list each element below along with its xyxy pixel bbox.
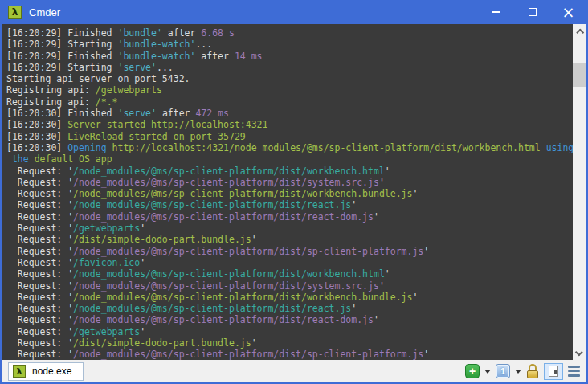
terminal-line: Request: '/node_modules/@ms/sp-client-pl…: [6, 165, 573, 177]
terminal-scrollbar[interactable]: [573, 24, 586, 360]
scroll-up-button[interactable]: [573, 24, 586, 37]
terminal-line: Request: '/node_modules/@ms/sp-client-pl…: [6, 246, 573, 257]
scrollbar-thumb[interactable]: [573, 63, 586, 87]
lock-icon[interactable]: [526, 364, 539, 378]
terminal-line: [16:20:29] Starting 'bundle-watch'...: [6, 39, 573, 50]
console-area: [16:20:29] Finished 'bundle' after 6.68 …: [2, 24, 586, 360]
terminal-line: Request: '/node_modules/@ms/sp-client-pl…: [6, 199, 573, 210]
close-icon: ×: [562, 5, 575, 20]
chevron-up-icon: [576, 28, 584, 36]
terminal-line: Request: '/node_modules/@ms/sp-client-pl…: [6, 188, 573, 199]
new-console-dropdown-icon[interactable]: [484, 370, 491, 374]
scroll-down-button[interactable]: [573, 347, 586, 360]
statusbar-actions: + 1: [465, 363, 580, 380]
terminal-line: Request: '/node_modules/@ms/sp-client-pl…: [6, 177, 573, 188]
terminal-line: the default OS app: [6, 153, 573, 165]
console-list-dropdown-icon[interactable]: [515, 370, 521, 374]
lambda-icon: λ: [13, 365, 26, 378]
new-console-button[interactable]: +: [465, 364, 480, 378]
terminal-line: Request: '/node_modules/@ms/sp-client-pl…: [6, 349, 573, 360]
terminal-line: Request: '/dist/simple-dodo-part.bundle.…: [6, 234, 573, 245]
terminal-line: Request: '/getwebparts': [6, 223, 573, 234]
window-title: Cmder: [29, 6, 60, 18]
terminal-line: Request: '/getwebparts': [6, 326, 573, 337]
close-button[interactable]: ×: [550, 0, 586, 24]
terminal-line: Request: '/node_modules/@ms/sp-client-pl…: [6, 211, 573, 223]
console-count: 1: [500, 366, 505, 376]
terminal-line: Request: '/node_modules/@ms/sp-client-pl…: [6, 292, 573, 303]
terminal-output[interactable]: [16:20:29] Finished 'bundle' after 6.68 …: [2, 24, 573, 360]
plus-icon: +: [469, 366, 476, 377]
terminal-line: [16:20:30] Finished 'serve' after 472 ms: [6, 108, 573, 119]
menu-button[interactable]: [568, 366, 580, 377]
lock-body: [527, 370, 538, 378]
chevron-down-icon: [575, 348, 583, 356]
terminal-line: [16:20:29] Starting 'serve'...: [6, 62, 573, 73]
window-controls: ×: [478, 0, 586, 24]
lock-shackle: [529, 364, 537, 370]
terminal-line: Registring api: /*.*: [6, 96, 573, 108]
minimize-icon: [492, 11, 500, 13]
maximize-button[interactable]: [514, 0, 550, 24]
terminal-line: [16:20:29] Finished 'bundle-watch' after…: [6, 51, 573, 62]
terminal-line: [16:20:30] Opening http://localhost:4321…: [6, 142, 573, 153]
lambda-glyph: λ: [12, 6, 18, 18]
tab-node-exe[interactable]: λ node.exe: [8, 362, 84, 381]
terminal-line: Request: '/node_modules/@ms/sp-client-pl…: [6, 303, 573, 314]
active-console-button[interactable]: 1: [496, 364, 510, 378]
terminal-line: Request: '/node_modules/@ms/sp-client-pl…: [6, 268, 573, 280]
terminal-line: Request: '/node_modules/@ms/sp-client-pl…: [6, 280, 573, 292]
terminal-line: Request: '/dist/simple-dodo-part.bundle.…: [6, 337, 573, 349]
terminal-line: [16:20:30] LiveReload started on port 35…: [6, 131, 573, 142]
terminal-line: [16:20:29] Finished 'bundle' after 6.68 …: [6, 27, 573, 39]
lambda-glyph: λ: [17, 366, 22, 377]
statusbar: λ node.exe + 1: [2, 360, 586, 382]
cmder-logo-icon: λ: [8, 6, 22, 19]
minimize-button[interactable]: [478, 0, 514, 24]
cmder-window: λ Cmder × [16:20:29] Finished 'bundle' a…: [0, 0, 588, 384]
menu-icon: [568, 366, 580, 368]
window-pane-icon: [549, 366, 558, 377]
titlebar[interactable]: λ Cmder ×: [2, 0, 586, 24]
maximize-icon: [529, 8, 537, 16]
scroll-lock-toggle-button[interactable]: [544, 363, 563, 380]
tab-label: node.exe: [32, 366, 71, 377]
terminal-line: Request: '/node_modules/@ms/sp-client-pl…: [6, 314, 573, 325]
terminal-line: Starting api server on port 5432.: [6, 73, 573, 84]
terminal-line: Registring api: /getwebparts: [6, 84, 573, 96]
terminal-line: Request: '/favicon.ico': [6, 257, 573, 268]
terminal-line: [16:20:30] Server started http://localho…: [6, 119, 573, 130]
